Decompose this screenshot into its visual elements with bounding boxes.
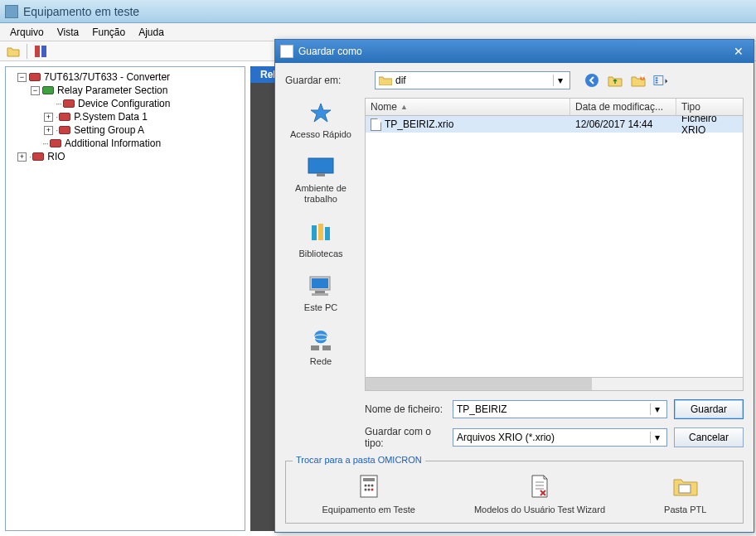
menu-funcao[interactable]: Função xyxy=(85,25,132,40)
place-this-pc[interactable]: Este PC xyxy=(304,274,337,313)
tree-panel[interactable]: − 7UT613/7UT633 - Converter − Relay Para… xyxy=(5,66,245,531)
tree-setting-group[interactable]: + · Setting Group A xyxy=(7,123,243,137)
file-icon xyxy=(371,118,381,131)
place-network[interactable]: Rede xyxy=(306,328,336,367)
tree-relay-label: Relay Parameter Section xyxy=(57,85,167,96)
omicron-group: Trocar para a pasta OMICRON Equipamento … xyxy=(285,461,744,524)
svg-rect-1 xyxy=(41,46,46,57)
filetype-value: Arquivos XRIO (*.xrio) xyxy=(457,432,555,443)
column-type[interactable]: Tipo xyxy=(676,99,743,115)
new-folder-icon[interactable]: ✶ xyxy=(630,72,647,89)
horizontal-scrollbar[interactable] xyxy=(365,378,744,391)
svg-text:✶: ✶ xyxy=(638,74,646,82)
tree-additional[interactable]: ··· Additional Information xyxy=(7,137,243,150)
menu-ajuda[interactable]: Ajuda xyxy=(132,25,171,40)
shortcut-equipment[interactable]: Equipamento em Teste xyxy=(322,473,415,514)
tree-device-config[interactable]: ··· Device Configuration xyxy=(7,97,243,110)
filename-input[interactable]: TP_BEIRIZ ▾ xyxy=(453,400,667,418)
filetype-select[interactable]: Arquivos XRIO (*.xrio) ▾ xyxy=(453,428,667,447)
file-name: TP_BEIRIZ.xrio xyxy=(385,118,453,130)
tree-setting-group-label: Setting Group A xyxy=(74,124,144,136)
group-legend: Trocar para a pasta OMICRON xyxy=(293,455,425,465)
place-quick-access[interactable]: Acesso Rápido xyxy=(290,101,351,140)
filename-value: TP_BEIRIZ xyxy=(457,403,507,415)
shortcut-models-label: Modelos do Usuário Test Wizard xyxy=(474,505,605,514)
tree-relay-section[interactable]: − Relay Parameter Section xyxy=(7,84,243,97)
file-date: 12/06/2017 14:44 xyxy=(570,118,676,130)
menu-vista[interactable]: Vista xyxy=(51,25,85,40)
place-libraries[interactable]: Bibliotecas xyxy=(298,220,342,259)
toolbar-separator xyxy=(27,44,27,59)
place-libraries-label: Bibliotecas xyxy=(298,249,342,259)
shortcut-equip-label: Equipamento em Teste xyxy=(322,505,415,514)
tree-psystem[interactable]: + · P.System Data 1 xyxy=(7,110,243,123)
item-icon xyxy=(59,126,70,134)
dialog-titlebar[interactable]: Guardar como ✕ xyxy=(275,40,754,63)
item-icon xyxy=(50,139,61,147)
libraries-icon xyxy=(306,220,336,245)
svg-rect-11 xyxy=(312,225,317,240)
svg-rect-17 xyxy=(312,293,328,296)
file-row[interactable]: TP_BEIRIZ.xrio 12/06/2017 14:44 Ficheiro… xyxy=(366,116,743,133)
svg-rect-16 xyxy=(315,291,325,293)
views-icon[interactable] xyxy=(653,72,670,89)
tree-root[interactable]: − 7UT613/7UT633 - Converter xyxy=(7,70,243,84)
toggle-view-icon[interactable] xyxy=(32,43,49,60)
svg-rect-23 xyxy=(363,478,375,481)
tree-psystem-label: P.System Data 1 xyxy=(74,111,148,123)
app-icon xyxy=(5,5,18,18)
file-type: Ficheiro XRIO xyxy=(676,116,743,136)
svg-point-26 xyxy=(371,485,373,487)
network-icon xyxy=(306,328,336,353)
open-file-icon[interactable] xyxy=(5,43,22,60)
expand-icon[interactable]: + xyxy=(44,113,53,122)
svg-point-24 xyxy=(364,485,366,487)
equipment-icon xyxy=(356,473,382,500)
svg-rect-7 xyxy=(656,80,658,81)
chevron-down-icon[interactable]: ▾ xyxy=(650,403,663,415)
expand-icon[interactable]: + xyxy=(44,126,53,135)
svg-rect-13 xyxy=(325,227,330,240)
pc-icon xyxy=(306,274,336,299)
star-icon xyxy=(306,101,336,126)
column-type-label: Tipo xyxy=(681,101,700,113)
file-list-header: Nome▲ Data de modificaç... Tipo xyxy=(365,98,744,116)
chevron-down-icon[interactable]: ▾ xyxy=(650,432,663,443)
tree-rio[interactable]: + · RIO xyxy=(7,150,243,163)
column-name[interactable]: Nome▲ xyxy=(366,99,570,115)
document-icon xyxy=(526,473,553,500)
folder-icon xyxy=(379,75,392,85)
place-network-label: Rede xyxy=(310,356,332,367)
close-icon[interactable]: ✕ xyxy=(729,45,749,58)
column-date[interactable]: Data de modificaç... xyxy=(570,99,676,115)
up-one-level-icon[interactable] xyxy=(607,72,623,89)
filetype-label: Guardar com o tipo: xyxy=(365,426,446,449)
item-icon xyxy=(63,99,75,108)
shortcut-models[interactable]: Modelos do Usuário Test Wizard xyxy=(474,473,605,514)
expand-icon[interactable]: + xyxy=(17,152,27,162)
svg-point-27 xyxy=(364,489,366,491)
back-icon[interactable] xyxy=(584,72,600,89)
device-icon xyxy=(29,73,41,81)
place-desktop[interactable]: Ambiente de trabalho xyxy=(285,155,356,205)
menu-arquivo[interactable]: Arquivo xyxy=(3,25,51,40)
sort-asc-icon: ▲ xyxy=(400,103,408,111)
shortcut-ptl[interactable]: Pasta PTL xyxy=(664,473,706,514)
tree-additional-label: Additional Information xyxy=(65,138,161,149)
chevron-down-icon[interactable]: ▾ xyxy=(553,75,566,86)
filename-label: Nome de ficheiro: xyxy=(365,403,446,415)
save-in-value: dif xyxy=(395,75,406,86)
cancel-button[interactable]: Cancelar xyxy=(674,427,744,447)
collapse-icon[interactable]: − xyxy=(31,86,40,95)
svg-rect-8 xyxy=(656,82,658,84)
save-in-combo[interactable]: dif ▾ xyxy=(375,71,570,89)
place-quick-label: Acesso Rápido xyxy=(290,129,351,140)
svg-rect-33 xyxy=(679,485,691,493)
file-list[interactable]: TP_BEIRIZ.xrio 12/06/2017 14:44 Ficheiro… xyxy=(365,116,744,378)
place-desktop-label: Ambiente de trabalho xyxy=(285,183,356,205)
column-name-label: Nome xyxy=(371,101,397,113)
main-title: Equipamento em teste xyxy=(23,5,139,18)
scroll-thumb[interactable] xyxy=(366,378,592,390)
save-button[interactable]: Guardar xyxy=(674,399,744,419)
collapse-icon[interactable]: − xyxy=(17,73,27,82)
